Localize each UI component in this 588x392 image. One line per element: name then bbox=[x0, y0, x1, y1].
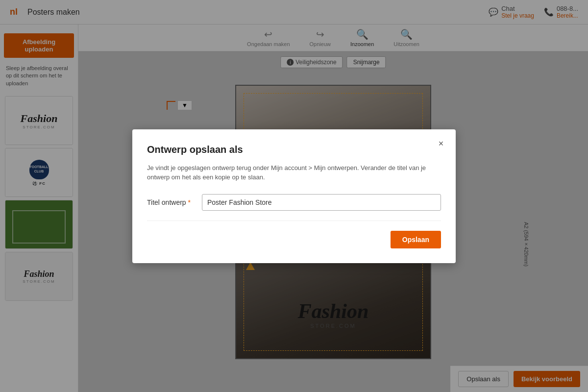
modal-divider bbox=[147, 220, 441, 221]
modal-field-label: Titel ontwerp * bbox=[147, 198, 196, 206]
modal-close-button[interactable]: × bbox=[434, 137, 448, 151]
modal-title: Ontwerp opslaan als bbox=[147, 144, 441, 155]
modal-dialog: × Ontwerp opslaan als Je vindt je opgesl… bbox=[132, 129, 456, 263]
modal-title-input[interactable] bbox=[202, 194, 441, 211]
modal-footer: Opslaan bbox=[147, 231, 441, 248]
modal-overlay: × Ontwerp opslaan als Je vindt je opgesl… bbox=[0, 0, 588, 392]
modal-save-button[interactable]: Opslaan bbox=[391, 231, 441, 248]
modal-required-indicator: * bbox=[188, 198, 191, 206]
modal-description: Je vindt je opgeslagen ontwerp terug ond… bbox=[147, 163, 441, 182]
modal-form-row: Titel ontwerp * bbox=[147, 194, 441, 211]
